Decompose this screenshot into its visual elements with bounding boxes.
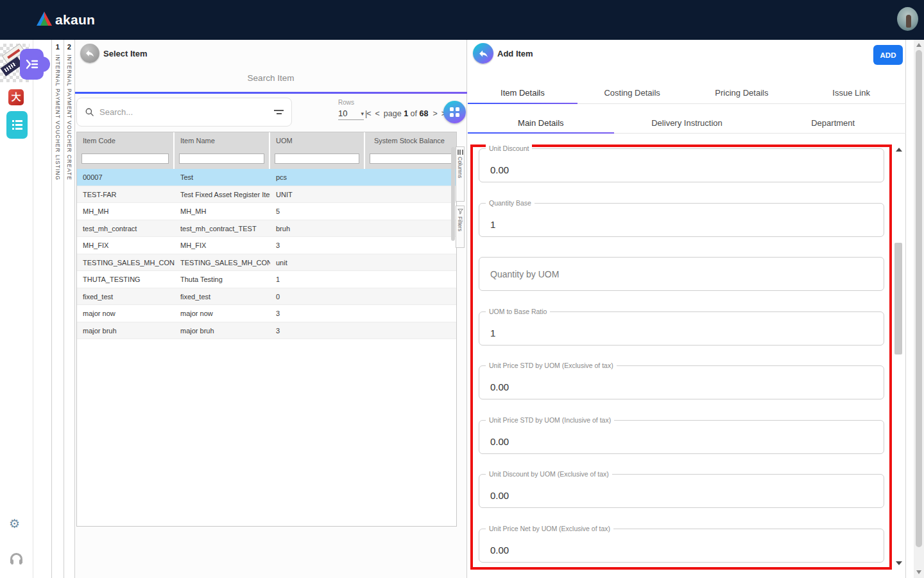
form-field[interactable]: Unit Price Net by UOM (Exclusive of tax)… xyxy=(479,529,884,563)
back-button[interactable] xyxy=(80,44,99,63)
table-row[interactable]: major now major now 3 xyxy=(77,305,456,322)
pdf-app-icon[interactable]: 大 xyxy=(8,89,24,105)
form-field[interactable]: Unit Price STD by UOM (Exclusive of tax)… xyxy=(479,365,884,399)
table-filter-row xyxy=(77,150,456,169)
form-field[interactable]: Quantity by UOM xyxy=(479,257,884,291)
form-field[interactable]: UOM to Base Ratio 1 xyxy=(479,311,884,346)
cell-uom: pcs xyxy=(270,169,365,186)
cell-item-name: TESTING_SALES_MH_CONTRACT xyxy=(175,254,270,271)
filter-input-item-code[interactable] xyxy=(81,153,169,164)
form-field[interactable]: Unit Discount by UOM (Exclusive of tax) … xyxy=(479,474,884,508)
user-avatar[interactable] xyxy=(896,6,920,32)
cell-item-name: fixed_test xyxy=(175,288,270,305)
tab[interactable]: Costing Details xyxy=(578,85,687,103)
cell-uom: UNIT xyxy=(270,186,365,203)
workspace-tab-label: INTERNAL PAYMENT VOUCHER LISTING xyxy=(55,55,61,180)
search-input[interactable] xyxy=(99,107,274,117)
column-header-item-name[interactable]: Item Name xyxy=(175,132,269,150)
table-header: Item Code Item Name UOM System Stock Bal… xyxy=(77,132,456,150)
workspace-tab[interactable]: 2 INTERNAL PAYMENT VOUCHER CREATE xyxy=(64,40,76,578)
support-headset-icon[interactable] xyxy=(10,553,22,563)
page-indicator: page 1 of 68 xyxy=(384,109,429,118)
first-page-button[interactable]: |< xyxy=(365,109,371,118)
cell-item-code: major bruh xyxy=(77,322,175,339)
rows-per-page-select[interactable]: 10 ▾ xyxy=(338,109,364,120)
cell-item-name: MH_FIX xyxy=(175,237,270,254)
collapse-menu-icon[interactable] xyxy=(20,49,44,80)
table-row[interactable]: TEST-FAR Test Fixed Asset Register Item … xyxy=(77,186,456,204)
settings-gear-icon[interactable]: ⚙ xyxy=(9,516,20,531)
panel-title: Add Item xyxy=(497,49,533,58)
rows-label: Rows xyxy=(338,99,364,106)
table-row[interactable]: fixed_test fixed_test 0 xyxy=(77,288,456,306)
table-row[interactable]: TESTING_SALES_MH_CONTRACT TESTING_SALES_… xyxy=(77,254,456,272)
next-page-button[interactable]: > xyxy=(432,109,436,118)
cell-item-code: TEST-FAR xyxy=(77,186,175,203)
field-value: 0.00 xyxy=(490,545,509,556)
funnel-icon xyxy=(458,209,463,215)
tab[interactable]: Issue Link xyxy=(796,85,906,103)
table-row[interactable]: 00007 Test pcs xyxy=(77,169,456,186)
filters-side-tab[interactable]: Filters xyxy=(456,206,465,248)
filter-input-item-name[interactable] xyxy=(179,153,264,164)
cell-stock-balance xyxy=(365,237,456,254)
table-row[interactable]: THUTA_TESTING Thuta Testing 1 xyxy=(77,271,456,288)
columns-side-tab[interactable]: Columns xyxy=(456,146,465,202)
form-field[interactable]: Quantity Base 1 xyxy=(479,203,884,237)
table-row[interactable]: test_mh_contract test_mh_contract_TEST b… xyxy=(77,220,456,238)
cell-stock-balance xyxy=(365,186,456,203)
panel-scrollbar-thumb[interactable] xyxy=(894,243,902,355)
add-item-subtabs: Main Details Delivery Instruction Depart… xyxy=(468,108,906,134)
cell-stock-balance xyxy=(365,305,456,322)
page-scroll-down-arrow[interactable] xyxy=(916,570,921,574)
column-header-item-code[interactable]: Item Code xyxy=(77,132,173,150)
cell-item-name: major now xyxy=(175,305,270,322)
tab[interactable]: Pricing Details xyxy=(687,85,797,103)
tab[interactable]: Item Details xyxy=(468,85,578,103)
rows-per-page: Rows 10 ▾ xyxy=(338,99,364,120)
list-icon xyxy=(12,120,22,130)
field-label: Quantity Base xyxy=(486,199,535,207)
listing-app-icon[interactable] xyxy=(6,111,28,139)
form-field[interactable]: Unit Price STD by UOM (Inclusive of tax)… xyxy=(479,420,884,454)
filter-input-stock-balance[interactable] xyxy=(370,153,452,164)
cell-item-code: TESTING_SALES_MH_CONTRACT xyxy=(77,254,175,271)
table-row[interactable]: MH_FIX MH_FIX 3 xyxy=(77,237,456,254)
column-header-stock-balance[interactable]: System Stock Balance xyxy=(365,132,456,150)
cell-uom: 1 xyxy=(270,271,365,288)
add-button[interactable]: ADD xyxy=(873,45,903,65)
subtab[interactable]: Delivery Instruction xyxy=(614,108,760,133)
form-field[interactable]: Unit Discount 0.00 xyxy=(479,148,884,182)
chevron-down-icon: ▾ xyxy=(361,110,364,117)
cell-stock-balance xyxy=(365,169,456,186)
view-switch-button[interactable] xyxy=(443,101,466,123)
panel-scroll-up-arrow[interactable] xyxy=(896,148,902,152)
filter-input-uom[interactable] xyxy=(275,153,359,164)
filter-sort-icon[interactable] xyxy=(274,110,284,114)
workspace-tab[interactable]: 1 INTERNAL PAYMENT VOUCHER LISTING xyxy=(51,40,64,578)
cell-item-code: THUTA_TESTING xyxy=(77,271,175,288)
cell-uom: 5 xyxy=(270,203,365,220)
subtab[interactable]: Department xyxy=(760,108,906,133)
tab-search-item[interactable]: Search Item xyxy=(75,73,466,83)
table-row[interactable]: MH_MH MH_MH 5 xyxy=(77,203,456,220)
column-header-uom[interactable]: UOM xyxy=(270,132,364,150)
field-value: 0.00 xyxy=(490,381,509,392)
prev-page-button[interactable]: < xyxy=(375,109,379,118)
rows-per-page-value: 10 xyxy=(338,109,347,118)
akaun-logo-icon xyxy=(36,11,53,29)
cell-stock-balance xyxy=(365,322,456,339)
cell-stock-balance xyxy=(365,254,456,271)
page-scrollbar-thumb[interactable] xyxy=(916,50,922,547)
workspace-tab-strip: 1 INTERNAL PAYMENT VOUCHER LISTING 2 INT… xyxy=(51,40,75,578)
akaun-logo[interactable]: akaun xyxy=(36,11,95,29)
cell-item-name: MH_MH xyxy=(175,203,270,220)
panel-scroll-down-arrow[interactable] xyxy=(896,561,902,565)
back-button-add-item[interactable] xyxy=(473,43,493,64)
table-scrollbar-thumb[interactable] xyxy=(451,147,455,241)
subtab[interactable]: Main Details xyxy=(468,108,614,133)
field-label: Unit Discount by UOM (Exclusive of tax) xyxy=(486,470,612,478)
panel-title: Select Item xyxy=(103,49,148,58)
page-scroll-up-arrow[interactable] xyxy=(916,43,921,47)
table-row[interactable]: major bruh major bruh 3 xyxy=(77,322,456,340)
